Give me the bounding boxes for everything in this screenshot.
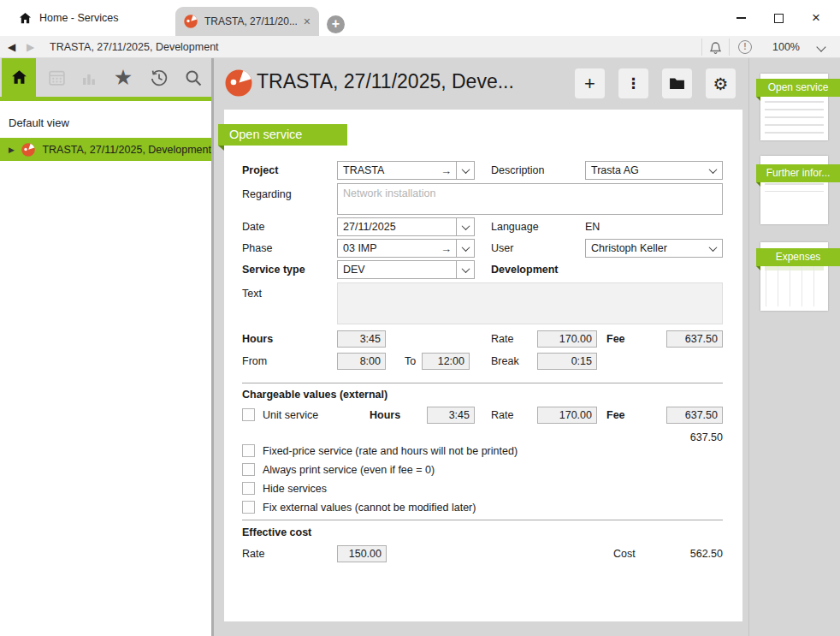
ext-hours-input[interactable] [427,407,475,424]
goto-arrow-icon[interactable]: → [441,164,456,177]
history-icon [150,68,169,87]
sidebar-tab-favorites[interactable]: ★ [109,58,138,97]
phase-label: Phase [242,239,272,258]
folder-icon [669,77,685,90]
fix-external-label: Fix external values (cannot be modified … [263,498,476,517]
new-tab-button[interactable]: + [327,15,345,33]
default-view-label: Default view [0,113,211,134]
ext-rate-input[interactable] [537,407,597,424]
fee-label: Fee [606,330,625,348]
dropdown-button[interactable] [456,240,474,257]
sidebar-tab-home[interactable] [2,58,36,97]
minimize-button[interactable] [722,0,760,36]
effective-rate-label: Rate [242,545,264,562]
description-label: Description [491,161,545,180]
star-icon: ★ [114,67,133,88]
ext-fee-input[interactable] [666,407,723,424]
date-label: Date [242,217,264,236]
more-options-button[interactable]: ⋮ [618,68,648,98]
text-label: Text [242,284,262,303]
fix-external-checkbox[interactable] [242,501,255,514]
dropdown-button[interactable] [704,240,722,257]
sidebar-tab-calendar[interactable] [42,58,71,97]
dropdown-button[interactable] [456,261,474,278]
phase-dropdown[interactable]: 03 IMP → [337,239,475,258]
forward-button[interactable]: ▶ [27,36,34,58]
break-input[interactable] [537,353,597,370]
service-type-value: DEV [338,264,456,276]
dropdown-button[interactable] [456,218,474,235]
ext-fee-label: Fee [606,407,625,424]
fixed-price-label: Fixed-price service (rate and hours will… [263,442,518,461]
info-icon[interactable]: ! [738,40,752,54]
application-window: Home - Services TRASTA, 27/11/20... × + … [0,0,840,636]
ext-rate-label: Rate [491,407,513,424]
tree-item-service[interactable]: ▶ TRASTA, 27/11/2025, Development [0,138,211,161]
user-value: Christoph Keller [586,242,704,254]
calendar-icon [48,68,66,86]
unit-service-label: Unit service [263,407,318,424]
label-fold [756,97,760,101]
user-label: User [491,239,513,258]
settings-button[interactable]: ⚙ [706,68,736,98]
chevron-down-icon [461,222,470,230]
chevron-down-icon[interactable] [816,42,825,51]
sidebar-tab-chart[interactable] [74,58,104,97]
from-input[interactable] [337,353,386,370]
folder-button[interactable] [662,68,692,98]
effective-rate-input[interactable] [337,545,387,562]
separator [729,39,730,56]
service-type-name: Development [491,260,559,279]
goto-arrow-icon[interactable]: → [441,242,456,255]
language-value: EN [585,217,600,236]
rate-label: Rate [491,330,513,348]
notifications-bell-icon[interactable] [708,39,723,55]
add-button[interactable]: + [575,68,605,98]
rate-input[interactable] [537,330,597,348]
divider [242,383,723,383]
breadcrumb: TRASTA, 27/11/2025, Development [50,36,219,58]
dropdown-button[interactable] [704,162,722,179]
close-button[interactable]: × [797,0,835,36]
service-form: Open service Project TRASTA → Descriptio… [224,110,742,621]
description-dropdown[interactable]: Trasta AG [585,161,723,180]
sidebar: ★ Default view ▶ TRASTA, 27/11/2025, Dev… [0,58,211,636]
chevron-down-icon [461,165,470,174]
window-controls: × [722,0,835,36]
zoom-level[interactable]: 100% [768,36,804,58]
hours-label: Hours [242,330,273,348]
project-dropdown[interactable]: TRASTA → [337,161,475,180]
date-dropdown[interactable]: 27/11/2025 [337,217,475,236]
back-button[interactable]: ◀ [8,36,15,58]
tab-home-services[interactable]: Home - Services [19,0,118,36]
hide-services-checkbox[interactable] [242,482,255,495]
date-value: 27/11/2025 [338,221,456,233]
text-input[interactable] [337,282,723,324]
break-label: Break [491,353,519,370]
regarding-input[interactable] [337,183,723,215]
thumbnail-content [765,101,824,137]
sidebar-toolbar: ★ [0,58,211,97]
unit-service-checkbox[interactable] [242,408,255,421]
project-label: Project [242,161,278,180]
maximize-button[interactable] [760,0,797,36]
user-dropdown[interactable]: Christoph Keller [585,239,723,258]
hours-input[interactable] [337,330,386,348]
thumbnail-further-information-label: Further infor... [756,164,840,182]
expand-arrow-icon[interactable]: ▶ [9,146,15,154]
preview-panel: Open service Further infor... Expenses [748,58,840,636]
sidebar-tab-history[interactable] [145,58,174,97]
chevron-down-icon [461,243,470,252]
search-icon [184,68,203,87]
phase-value: 03 IMP [338,242,441,254]
sidebar-tab-search[interactable] [179,58,208,97]
fee-input[interactable] [666,330,723,348]
always-print-checkbox[interactable] [242,463,255,476]
to-input[interactable] [422,353,470,370]
fixed-price-checkbox[interactable] [242,444,255,457]
dropdown-button[interactable] [456,162,474,179]
service-type-dropdown[interactable]: DEV [337,260,475,279]
form-banner: Open service [218,124,347,146]
tab-active[interactable]: TRASTA, 27/11/20... × [175,7,319,36]
tab-close-icon[interactable]: × [304,15,311,27]
